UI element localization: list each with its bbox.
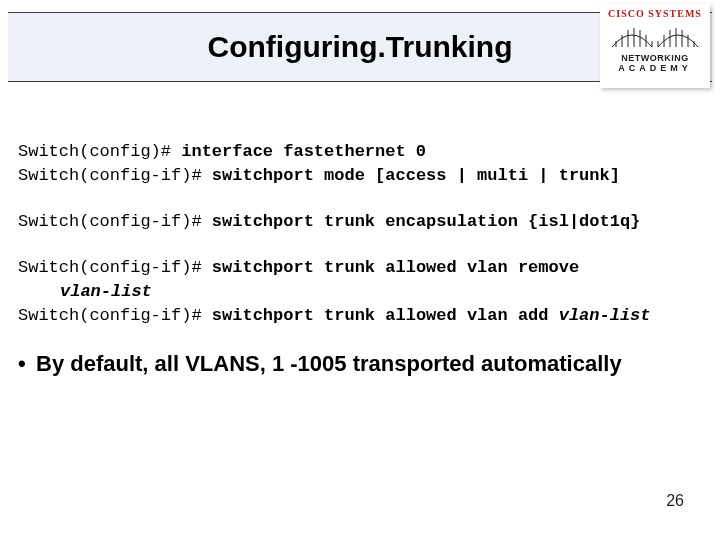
cisco-logo: CISCO SYSTEMS NETWORK — [600, 4, 710, 88]
logo-brand-text: CISCO SYSTEMS — [606, 8, 704, 19]
bullet-text: By default, all VLANS, 1 -1005 transport… — [36, 351, 622, 376]
cli-command: switchport trunk allowed vlan remove — [212, 258, 579, 277]
cli-line: Switch(config-if)# switchport trunk allo… — [18, 304, 702, 328]
page-number: 26 — [666, 492, 684, 510]
cli-command: switchport trunk encapsulation {isl|dot1… — [212, 212, 640, 231]
cli-line: Switch(config-if)# switchport mode [acce… — [18, 164, 702, 188]
logo-sub-line2: ACADEMY — [606, 63, 704, 73]
bullet-dot-icon: • — [18, 350, 36, 378]
cli-arg: vlan-list — [559, 306, 651, 325]
logo-subtext: NETWORKING ACADEMY — [606, 53, 704, 73]
cli-block-3: Switch(config-if)# switchport trunk allo… — [18, 256, 702, 328]
cli-command: switchport mode [access | multi | trunk] — [212, 166, 620, 185]
cli-prompt: Switch(config)# — [18, 142, 181, 161]
cisco-bridge-icon — [610, 21, 700, 47]
cli-command: interface fastethernet 0 — [181, 142, 426, 161]
logo-sub-line1: NETWORKING — [606, 53, 704, 63]
cli-line: Switch(config)# interface fastethernet 0 — [18, 140, 702, 164]
cli-block-1: Switch(config)# interface fastethernet 0… — [18, 140, 702, 188]
slide: Configuring.Trunking CISCO SYSTEMS — [0, 0, 720, 540]
cli-prompt: Switch(config-if)# — [18, 306, 212, 325]
cli-prompt: Switch(config-if)# — [18, 212, 212, 231]
content-area: Switch(config)# interface fastethernet 0… — [18, 140, 702, 378]
cli-arg: vlan-list — [18, 280, 702, 304]
cli-block-2: Switch(config-if)# switchport trunk enca… — [18, 210, 702, 234]
cli-line: Switch(config-if)# switchport trunk enca… — [18, 210, 702, 234]
cli-prompt: Switch(config-if)# — [18, 258, 212, 277]
bullet-point: •By default, all VLANS, 1 -1005 transpor… — [18, 350, 702, 378]
cli-line: Switch(config-if)# switchport trunk allo… — [18, 256, 702, 304]
cli-prompt: Switch(config-if)# — [18, 166, 212, 185]
slide-title: Configuring.Trunking — [208, 30, 513, 64]
cli-command: switchport trunk allowed vlan add — [212, 306, 559, 325]
